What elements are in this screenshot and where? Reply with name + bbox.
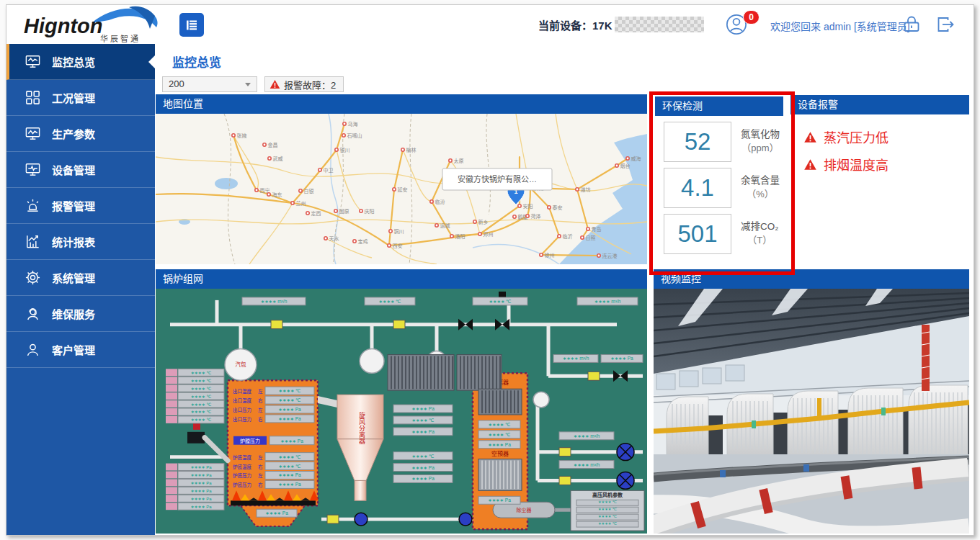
svg-text:徐州: 徐州	[545, 252, 555, 258]
svg-text:青岛: 青岛	[592, 226, 602, 233]
svg-text:左: 左	[258, 472, 263, 478]
svg-text:左: 左	[258, 407, 263, 413]
sidebar-item-label: 维保服务	[52, 306, 95, 321]
alarm-panel-header: 设备报警	[790, 95, 969, 114]
grid-icon	[24, 89, 41, 106]
svg-text:菏泽: 菏泽	[531, 213, 541, 220]
video-feed-image[interactable]	[654, 289, 969, 534]
sidebar-item-label: 设备管理	[52, 162, 95, 177]
metric-value: 52	[664, 122, 731, 162]
svg-text:左: 左	[258, 454, 263, 460]
svg-text:∗∗∗∗ Pa: ∗∗∗∗ Pa	[411, 476, 435, 481]
svg-text:∗∗∗∗ Pa: ∗∗∗∗ Pa	[278, 407, 301, 412]
alarm-lamp-icon	[24, 197, 41, 214]
svg-text:∗∗∗∗ m³/h: ∗∗∗∗ m³/h	[574, 433, 600, 438]
sidebar-item-system-mgmt[interactable]: 系统管理	[6, 260, 155, 296]
svg-text:海东: 海东	[272, 192, 282, 198]
svg-text:∗∗∗∗ ℃: ∗∗∗∗ ℃	[598, 507, 617, 511]
svg-text:∗∗∗∗ ℃: ∗∗∗∗ ℃	[412, 454, 435, 459]
svg-text:∗∗∗∗ Pa: ∗∗∗∗ Pa	[411, 406, 435, 411]
headset-person-icon	[24, 305, 41, 322]
sidebar-item-label: 报警管理	[52, 198, 95, 213]
svg-text:∗∗∗∗ Pa: ∗∗∗∗ Pa	[278, 482, 301, 487]
logout-icon[interactable]	[935, 14, 955, 35]
svg-text:∗∗∗∗ ℃: ∗∗∗∗ ℃	[412, 418, 435, 423]
svg-text:延安: 延安	[398, 186, 408, 193]
top-header: Hignton 华辰智通 当前设备：17K 0	[6, 5, 974, 45]
metric-row-nox: 52 氮氧化物（ppm）	[664, 122, 783, 162]
svg-text:榆林: 榆林	[406, 147, 416, 153]
redacted-device-name	[615, 17, 704, 32]
menu-toggle-button[interactable]	[179, 13, 204, 37]
svg-text:出口温度: 出口温度	[233, 388, 251, 395]
brand-logo: Hignton 华辰智通	[19, 6, 167, 43]
svg-text:汽包: 汽包	[236, 361, 247, 368]
svg-text:运城: 运城	[440, 223, 450, 229]
sidebar-item-statistics[interactable]: 统计报表	[6, 224, 155, 260]
svg-text:左: 左	[258, 388, 263, 394]
env-monitor-panel: 环保检测 52 氮氧化物（ppm） 4.1 余氧含量（%） 501 减排CO₂（…	[655, 96, 783, 264]
alarm-fault-chip[interactable]: 报警故障：2	[264, 76, 344, 92]
svg-text:∗∗∗∗ Pa: ∗∗∗∗ Pa	[190, 505, 212, 509]
lock-screen-icon[interactable]	[901, 14, 922, 35]
sidebar-item-condition-mgmt[interactable]: 工况管理	[6, 80, 155, 116]
svg-text:∗∗∗∗ ℃: ∗∗∗∗ ℃	[191, 402, 212, 407]
svg-text:∗∗∗∗ Pa: ∗∗∗∗ Pa	[610, 356, 633, 361]
welcome-text: 欢迎您回来 admin [系统管理员]	[770, 19, 910, 33]
svg-text:∗∗∗∗ ℃: ∗∗∗∗ ℃	[191, 379, 212, 383]
map-tooltip: 安徽方快锅炉有限公…	[442, 168, 552, 190]
current-device-label: 当前设备：17K	[538, 17, 612, 32]
svg-text:∗∗∗∗ ℃: ∗∗∗∗ ℃	[191, 410, 212, 414]
sidebar-item-device-mgmt[interactable]: 设备管理	[6, 152, 155, 188]
svg-text:铜川: 铜川	[394, 228, 404, 235]
svg-text:∗∗∗∗ ℃: ∗∗∗∗ ℃	[279, 464, 301, 469]
svg-text:旋风分离器: 旋风分离器	[358, 411, 365, 444]
svg-text:∗∗∗∗ ℃: ∗∗∗∗ ℃	[191, 371, 212, 375]
svg-text:威海: 威海	[631, 156, 641, 162]
svg-text:天水: 天水	[329, 235, 339, 242]
device-select[interactable]: 200	[162, 76, 257, 92]
svg-text:右: 右	[258, 482, 263, 488]
svg-text:空预器: 空预器	[491, 450, 509, 457]
sidebar-item-monitor-overview[interactable]: 监控总览	[6, 44, 155, 80]
svg-text:定西: 定西	[311, 210, 321, 217]
map-panel-header: 地图位置	[156, 94, 647, 114]
svg-text:乌海: 乌海	[348, 121, 358, 127]
current-device: 当前设备：17K	[538, 17, 704, 32]
sidebar-item-alarm-mgmt[interactable]: 报警管理	[6, 188, 155, 224]
metric-value: 4.1	[664, 168, 731, 208]
svg-text:炉底压力: 炉底压力	[233, 472, 251, 479]
svg-text:∗∗∗∗ Pa: ∗∗∗∗ Pa	[278, 416, 301, 421]
svg-text:武威: 武威	[273, 156, 283, 162]
svg-text:∗∗∗∗ ℃: ∗∗∗∗ ℃	[279, 388, 301, 393]
sidebar-item-customer-mgmt[interactable]: 客户管理	[6, 332, 155, 368]
svg-text:金昌: 金昌	[268, 142, 278, 148]
svg-text:∗∗∗∗ ℃: ∗∗∗∗ ℃	[489, 422, 511, 427]
svg-text:中卫: 中卫	[324, 167, 334, 174]
env-panel-header: 环保检测	[655, 96, 783, 116]
svg-text:∗∗∗∗ m³/h: ∗∗∗∗ m³/h	[261, 299, 288, 304]
video-panel-header: 视频监控	[654, 269, 969, 289]
sidebar-item-maintenance[interactable]: 维保服务	[6, 296, 155, 332]
device-alarm-panel: 设备报警 蒸汽压力低 排烟温度高	[790, 95, 969, 264]
svg-text:∗∗∗∗ Pa: ∗∗∗∗ Pa	[190, 473, 212, 477]
svg-text:日照: 日照	[586, 235, 596, 241]
svg-text:右: 右	[258, 464, 263, 470]
sidebar-item-label: 生产参数	[52, 126, 95, 141]
svg-text:炉底温度: 炉底温度	[233, 454, 251, 461]
sidebar-nav: 监控总览 工况管理 生产参数 设备管理 报警管理	[6, 44, 155, 535]
sidebar-item-label: 统计报表	[52, 234, 95, 249]
svg-text:∗∗∗∗ ℃: ∗∗∗∗ ℃	[598, 521, 617, 526]
svg-text:∗∗∗∗ Pa: ∗∗∗∗ Pa	[488, 498, 511, 503]
map-image[interactable]: 张掖金昌武威乌海石嘴山银川中卫西宁海东兰州白银定西天水固原庆阳宝鸡西安铜川延安榆…	[156, 114, 647, 264]
app-window: Hignton 华辰智通 当前设备：17K 0	[6, 4, 974, 536]
sidebar-item-production-params[interactable]: 生产参数	[6, 116, 155, 152]
svg-text:∗∗∗∗ ℃: ∗∗∗∗ ℃	[191, 418, 212, 422]
svg-text:∗∗∗∗ ℃: ∗∗∗∗ ℃	[379, 299, 401, 304]
svg-text:∗∗∗∗ ℃: ∗∗∗∗ ℃	[191, 395, 212, 399]
notification-badge[interactable]: 0	[743, 10, 760, 24]
svg-text:烟台: 烟台	[620, 163, 631, 169]
svg-text:张掖: 张掖	[237, 132, 247, 139]
warning-triangle-icon	[803, 131, 817, 143]
brand-subtext: 华辰智通	[100, 34, 141, 43]
